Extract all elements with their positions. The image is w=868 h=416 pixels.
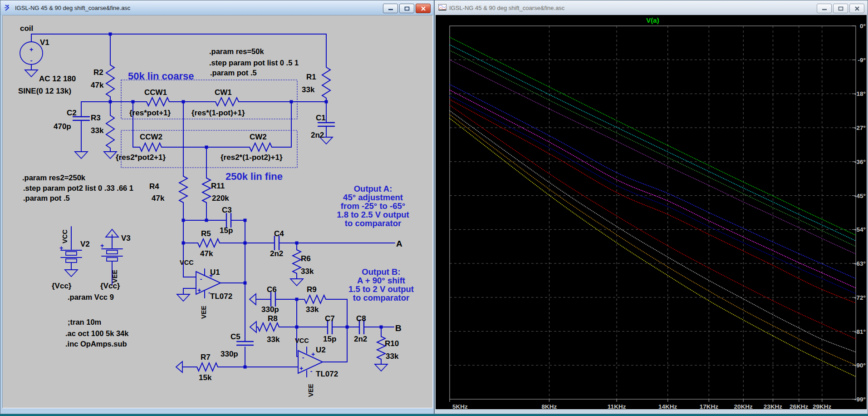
trace-name-label[interactable]: V(a) <box>646 16 659 24</box>
waveform-window-titlebar[interactable]: IGSL-NG 45 & 90 deg shift_coarse&fine.as… <box>435 0 868 15</box>
schematic-label-ref[interactable]: C8 <box>356 314 366 323</box>
port-arrow-icon[interactable] <box>250 294 256 305</box>
schematic-label-ref[interactable]: R5 <box>201 229 211 238</box>
schematic-label-ref[interactable]: R7 <box>201 353 211 362</box>
schematic-label-pwr[interactable]: VEE <box>200 306 207 319</box>
schematic-label-ref[interactable]: 33k <box>91 126 104 135</box>
schematic-label-ref[interactable]: CCW2 <box>140 133 162 141</box>
schematic-label-ref[interactable]: {res*(1-pot)+1} <box>191 109 245 117</box>
resistor-CCW2[interactable] <box>140 143 162 151</box>
schematic-label-dir[interactable]: .param pot .5 <box>210 69 257 77</box>
resistor-R8[interactable] <box>258 323 279 331</box>
resistor-CW1[interactable] <box>216 98 239 106</box>
schematic-label-pwr[interactable]: VCC <box>295 337 309 344</box>
capacitor-C5[interactable] <box>237 342 253 345</box>
schematic-label-ref[interactable]: 470p <box>54 122 71 131</box>
resistor-R2[interactable] <box>106 65 114 97</box>
schematic-label-cmtc[interactable]: A + 90° shift <box>357 276 405 285</box>
schematic-label-dir[interactable]: ;tran 10m <box>68 318 101 326</box>
minimize-button[interactable] <box>383 4 398 13</box>
schematic-label-ref[interactable]: 2n2 <box>270 249 283 258</box>
resistor-R11[interactable] <box>202 178 211 203</box>
schematic-label-ref[interactable]: 15p <box>220 226 233 235</box>
schematic-label-ref[interactable]: {res2*pot2+1} <box>116 153 166 162</box>
schematic-label-ref[interactable]: 47k <box>91 81 104 89</box>
schematic-label-ref[interactable]: SINE(0 12 13k) <box>18 87 71 95</box>
resistor-R10[interactable] <box>377 337 385 359</box>
battery-V2[interactable] <box>61 250 82 262</box>
schematic-label-ref[interactable]: CCW1 <box>144 88 167 97</box>
schematic-label-cmtc[interactable]: Output B: <box>362 267 400 277</box>
schematic-label-ref[interactable]: TL072 <box>316 370 338 378</box>
schematic-label-ref[interactable]: 33k <box>302 85 315 94</box>
waveform-plot[interactable]: 0°-9°-18°-27°-36°-45°-54°-63°-72°-81°-90… <box>436 15 867 409</box>
schematic-label-ref[interactable]: 2n2 <box>354 335 367 343</box>
schematic-label-ref[interactable]: C2 <box>67 109 77 117</box>
schematic-label-ref[interactable]: C5 <box>230 332 240 341</box>
schematic-label-cmtc[interactable]: from -25° to -65° <box>341 201 405 211</box>
resistor-R1[interactable] <box>322 67 330 98</box>
schematic-label-ref[interactable]: 15p <box>323 335 336 343</box>
schematic-label-ref[interactable]: 47k <box>200 249 213 258</box>
resistor-CCW1[interactable] <box>147 98 169 106</box>
schematic-label-dir[interactable]: .ac oct 100 5k 34k <box>65 329 129 337</box>
schematic-label-ref[interactable]: V3 <box>121 234 131 243</box>
port-arrow-icon[interactable] <box>250 322 256 332</box>
schematic-label-ref[interactable]: R9 <box>307 285 317 294</box>
schematic-canvas[interactable]: coilV1AC 12 180SINE(0 12 13k)R247kC2470p… <box>2 15 433 408</box>
schematic-label-ref[interactable]: coil <box>20 24 33 33</box>
schematic-label-cmtc[interactable]: to comparator <box>345 218 401 228</box>
schematic-label-ref[interactable]: V1 <box>40 38 49 47</box>
schematic-label-ref[interactable]: C4 <box>274 229 284 238</box>
schematic-label-ref[interactable]: C3 <box>222 206 232 214</box>
minimize-button[interactable] <box>817 4 832 13</box>
schematic-label-dir[interactable]: .param pot .5 <box>23 194 70 202</box>
resistor-R9[interactable] <box>304 295 326 303</box>
schematic-label-ref[interactable]: CW1 <box>215 88 232 97</box>
schematic-label-cmtc[interactable]: 45° adjustment <box>343 193 403 202</box>
schematic-label-pwr[interactable]: VCC <box>61 229 69 243</box>
schematic-label-ref[interactable]: R10 <box>385 339 399 348</box>
schematic-label-dir[interactable]: .step param pot list 0 .5 1 <box>209 59 299 67</box>
schematic-label-ref[interactable]: {Vcc} <box>100 282 120 290</box>
schematic-label-ref[interactable]: {res*pot+1} <box>129 109 171 117</box>
schematic-label-cmtc[interactable]: 1.8 to 2.5 V output <box>337 210 409 219</box>
schematic-label-ref[interactable]: V2 <box>80 240 90 248</box>
schematic-label-ref[interactable]: R11 <box>211 182 225 190</box>
schematic-label-ref[interactable]: R4 <box>149 182 159 191</box>
close-button[interactable] <box>849 4 864 13</box>
schematic-label-ref[interactable]: 2n2 <box>311 131 324 139</box>
schematic-label-ref[interactable]: R6 <box>301 254 311 263</box>
resistor-R3[interactable] <box>106 115 114 148</box>
schematic-label-dir[interactable]: .param Vcc 9 <box>68 293 114 301</box>
close-button[interactable] <box>416 4 431 13</box>
schematic-label-ref[interactable]: U2 <box>316 346 326 354</box>
schematic-label-pwr[interactable]: VCC <box>180 259 194 266</box>
schematic-label-ref[interactable]: AC 12 180 <box>39 74 76 83</box>
battery-V3[interactable] <box>102 249 123 261</box>
resistor-R7[interactable] <box>197 363 218 371</box>
schematic-label-ref[interactable]: 33k <box>301 267 314 276</box>
schematic-label-ref[interactable]: C7 <box>325 314 335 323</box>
maximize-button[interactable] <box>399 4 414 13</box>
waveform-plot-area[interactable]: 0°-9°-18°-27°-36°-45°-54°-63°-72°-81°-90… <box>436 15 867 409</box>
schematic-label-ref[interactable]: C1 <box>316 114 326 122</box>
capacitor-C3[interactable] <box>226 213 231 227</box>
schematic-label-dir[interactable]: .param res2=250k <box>22 173 86 182</box>
schematic-label-ref[interactable]: 220k <box>212 194 229 203</box>
schematic-label-ref[interactable]: CW2 <box>250 133 267 141</box>
schematic-label-ref[interactable]: 330p <box>261 305 279 314</box>
resistor-CW2[interactable] <box>250 143 272 151</box>
schematic-label-cmtc[interactable]: to comparator <box>353 293 409 302</box>
maximize-button[interactable] <box>833 4 848 13</box>
resistor-R4[interactable] <box>179 176 187 203</box>
schematic-label-dir[interactable]: .step param pot2 list 0 .33 .66 1 <box>23 184 133 192</box>
schematic-label-pwr[interactable]: VEE <box>307 384 314 397</box>
schematic-label-ref[interactable]: 47k <box>152 194 165 203</box>
capacitor-C1[interactable] <box>318 123 334 126</box>
schematic-label-ref[interactable]: 330p <box>221 350 238 358</box>
schematic-label-ref[interactable]: R8 <box>268 314 278 323</box>
schematic-label-ref[interactable]: 15k <box>199 373 212 382</box>
schematic-label-cmt[interactable]: 50k lin coarse <box>128 70 194 82</box>
schematic-label-net[interactable]: A <box>396 239 402 248</box>
